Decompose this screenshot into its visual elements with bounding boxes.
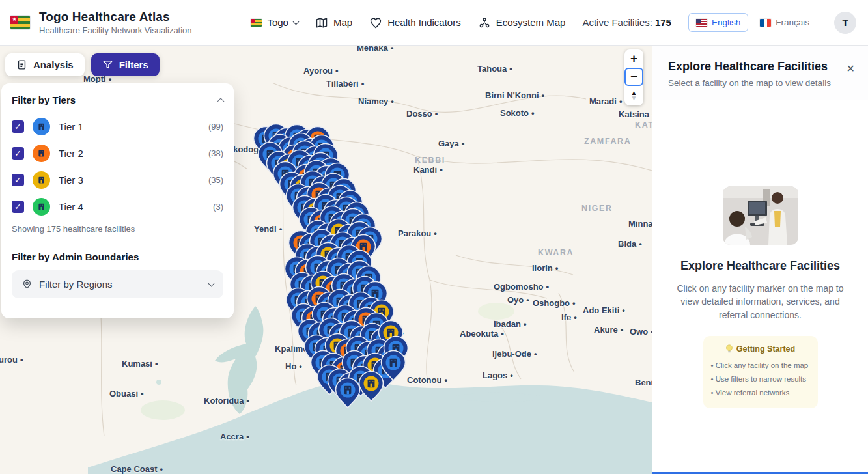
- chevron-down-icon: [292, 18, 299, 25]
- tier-checkbox[interactable]: ✓: [12, 201, 24, 213]
- close-icon[interactable]: ✕: [847, 63, 855, 75]
- sidebar-title: Explore Healthcare Facilities: [668, 60, 852, 74]
- app-subtitle: Healthcare Facility Network Visualizatio…: [39, 25, 192, 35]
- language-english-button[interactable]: English: [688, 13, 748, 32]
- togo-flag-icon: [251, 19, 262, 27]
- funnel-icon: [102, 59, 113, 70]
- map-canvas[interactable]: MenakaMoptiAyorouTillabériNiameyDossoTah…: [0, 46, 652, 474]
- sidebar-header: Explore Healthcare Facilities Select a f…: [652, 46, 868, 100]
- showing-count-text: Showing 175 healthcare facilities: [12, 224, 223, 234]
- tier-icon: [33, 145, 50, 162]
- tier-count: (35): [208, 175, 223, 185]
- facility-marker[interactable]: [358, 370, 384, 403]
- getting-started-tip: • View referral networks: [711, 386, 810, 400]
- nav-map-label: Map: [333, 17, 352, 28]
- sidebar-body-title: Explore Healthcare Facilities: [668, 259, 852, 273]
- tier-icon: [33, 118, 50, 135]
- tier-label: Tier 3: [59, 174, 83, 186]
- title-block: Togo Healthcare Atlas Healthcare Facilit…: [39, 10, 192, 35]
- nav-health-label: Health Indicators: [387, 17, 461, 28]
- tier-label: Tier 4: [59, 201, 83, 212]
- tier-label: Tier 1: [59, 121, 83, 132]
- facility-marker[interactable]: [380, 350, 406, 382]
- user-avatar[interactable]: T: [834, 12, 856, 34]
- zoom-in-button[interactable]: +: [624, 49, 643, 68]
- map-icon: [315, 16, 328, 29]
- analysis-button[interactable]: Analysis: [5, 53, 85, 76]
- getting-started-tips: • Click any facility on the map• Use fil…: [711, 359, 810, 400]
- admin-boundaries-heading: Filter by Admin Boundaries: [12, 251, 223, 262]
- tier-icon: [33, 198, 50, 216]
- tier-count: (3): [213, 202, 223, 212]
- compass-reset-button[interactable]: ▲▼: [624, 86, 643, 105]
- tier-checkbox[interactable]: ✓: [12, 174, 24, 186]
- getting-started-tip: • Use filters to narrow results: [711, 372, 810, 386]
- lightbulb-icon: [725, 344, 733, 354]
- getting-started-title: Getting Started: [711, 344, 810, 354]
- language-english-label: English: [712, 18, 740, 27]
- map-zoom-control: + − ▲▼: [624, 49, 643, 105]
- filters-button-label: Filters: [119, 59, 148, 70]
- tiers-heading: Filter by Tiers: [12, 94, 76, 105]
- getting-started-tip: • Click any facility on the map: [711, 359, 810, 372]
- facility-marker[interactable]: [335, 377, 361, 410]
- tier-row[interactable]: ✓ Tier 4 (3): [12, 193, 223, 220]
- details-sidebar: Explore Healthcare Facilities Select a f…: [652, 46, 868, 474]
- nav-map[interactable]: Map: [315, 16, 352, 29]
- tier-list: ✓ Tier 1 (99) ✓ Tier 2 (38) ✓ Tier 3 (35…: [12, 113, 223, 220]
- healthcare-photo: [723, 186, 798, 245]
- nav-ecosystem-map[interactable]: Ecosystem Map: [478, 16, 566, 29]
- regions-dropdown-label: Filter by Regions: [39, 279, 113, 290]
- france-flag-icon: [760, 19, 771, 27]
- language-french-label: Français: [776, 18, 809, 27]
- tier-row[interactable]: ✓ Tier 3 (35): [12, 167, 223, 193]
- map-pin-icon: [21, 279, 33, 290]
- sidebar-subtitle: Select a facility on the map to view det…: [668, 78, 852, 88]
- tier-count: (99): [208, 122, 223, 132]
- chevron-up-icon: [217, 98, 224, 105]
- app-header: ★ Togo Healthcare Atlas Healthcare Facil…: [0, 0, 868, 46]
- heart-icon: [369, 16, 382, 29]
- tier-icon: [33, 171, 50, 189]
- active-facilities: Active Facilities:175: [582, 17, 671, 28]
- app-title: Togo Healthcare Atlas: [39, 10, 192, 24]
- nav-health-indicators[interactable]: Health Indicators: [369, 16, 461, 29]
- us-flag-icon: [696, 19, 707, 27]
- nav-ecosystem-label: Ecosystem Map: [496, 17, 566, 28]
- network-icon: [478, 16, 491, 29]
- tier-checkbox[interactable]: ✓: [12, 147, 24, 160]
- tier-checkbox[interactable]: ✓: [12, 120, 24, 133]
- sidebar-body: Explore Healthcare Facilities Click on a…: [652, 100, 868, 474]
- tier-row[interactable]: ✓ Tier 1 (99): [12, 113, 223, 140]
- tier-label: Tier 2: [59, 148, 83, 159]
- country-selector-label: Togo: [267, 17, 288, 28]
- filters-button[interactable]: Filters: [91, 53, 160, 76]
- country-selector[interactable]: Togo: [251, 17, 298, 28]
- getting-started-card: Getting Started • Click any facility on …: [703, 336, 818, 408]
- divider: [12, 309, 223, 309]
- tier-count: (38): [208, 148, 223, 158]
- togo-flag-logo: ★: [10, 16, 30, 29]
- active-facilities-label: Active Facilities:: [582, 17, 652, 28]
- analysis-button-label: Analysis: [33, 59, 74, 70]
- analysis-doc-icon: [16, 59, 27, 70]
- active-facilities-count: 175: [655, 17, 671, 28]
- language-french-button[interactable]: Français: [752, 13, 817, 32]
- filter-panel: Filter by Tiers ✓ Tier 1 (99) ✓ Tier 2 (…: [1, 83, 234, 318]
- tier-row[interactable]: ✓ Tier 2 (38): [12, 140, 223, 167]
- tiers-section-header[interactable]: Filter by Tiers: [12, 94, 223, 105]
- regions-dropdown[interactable]: Filter by Regions: [12, 270, 223, 298]
- sidebar-body-text: Click on any facility marker on the map …: [672, 282, 848, 322]
- chevron-down-icon: [208, 280, 215, 286]
- divider: [12, 242, 223, 242]
- zoom-out-button[interactable]: −: [624, 68, 643, 86]
